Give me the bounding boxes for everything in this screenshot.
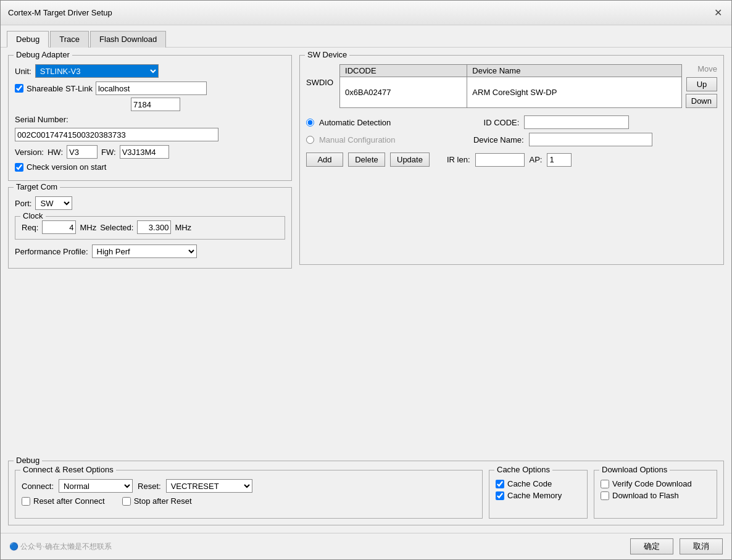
ir-len-input[interactable]	[475, 153, 525, 167]
connect-reset-top-row: Connect: Normal Connect under Reset Pre-…	[22, 479, 476, 493]
target-com-label: Target Com	[14, 182, 60, 191]
cache-options-label: Cache Options	[494, 465, 552, 474]
reset-after-connect-label: Reset after Connect	[33, 496, 105, 506]
device-name-label: Device Name:	[438, 135, 524, 144]
action-ir-row: Add Delete Update IR len: AP:	[306, 153, 717, 167]
serial-value-row	[15, 128, 285, 141]
serial-input[interactable]	[15, 128, 218, 141]
version-label: Version:	[15, 148, 44, 157]
connect-reset-group: Connect & Reset Options Connect: Normal …	[15, 470, 483, 519]
left-panel: Debug Adapter Unit: STLINK-V3 STLINK-V2 …	[8, 55, 292, 454]
hw-label: HW:	[48, 148, 63, 157]
req-input[interactable]	[42, 220, 76, 234]
cancel-button[interactable]: 取消	[680, 538, 723, 554]
tab-flash-download[interactable]: Flash Download	[90, 31, 166, 48]
connect-label: Connect:	[22, 482, 54, 491]
cache-code-row: Cache Code	[496, 479, 581, 488]
id-code-label: ID CODE:	[433, 118, 519, 127]
selected-unit: MHz	[175, 223, 191, 232]
tab-debug[interactable]: Debug	[7, 31, 49, 48]
stop-after-reset-row: Stop after Reset	[122, 496, 192, 506]
sw-device-group: SW Device SWDIO IDCODE Device Name	[299, 55, 724, 265]
fw-input[interactable]	[120, 145, 169, 159]
table-row[interactable]: 0x6BA02477 ARM CoreSight SW-DP	[340, 77, 682, 108]
cell-idcode: 0x6BA02477	[340, 77, 467, 108]
version-row: Version: HW: FW:	[15, 145, 285, 159]
selected-input[interactable]	[137, 220, 171, 234]
auto-detect-row: Automatic Detection ID CODE:	[306, 115, 717, 129]
delete-button[interactable]: Delete	[348, 153, 385, 167]
right-panel: SW Device SWDIO IDCODE Device Name	[299, 55, 724, 454]
add-button[interactable]: Add	[306, 153, 343, 167]
ap-input[interactable]	[547, 153, 572, 167]
cache-code-label: Cache Code	[507, 479, 552, 488]
perf-select[interactable]: High Perf Normal Low Power	[92, 244, 197, 258]
ok-button[interactable]: 确定	[630, 538, 673, 554]
device-name-input[interactable]	[529, 133, 652, 146]
unit-select[interactable]: STLINK-V3 STLINK-V2 J-Link	[35, 64, 159, 78]
clock-row: Req: MHz Selected: MHz	[22, 220, 278, 234]
reset-after-connect-checkbox[interactable]	[22, 497, 30, 506]
stop-after-reset-checkbox[interactable]	[122, 497, 131, 506]
selected-label: Selected:	[100, 223, 133, 232]
manual-config-radio[interactable]	[306, 136, 314, 144]
down-button[interactable]: Down	[686, 94, 717, 108]
col-idcode: IDCODE	[340, 65, 467, 77]
checkboxes-row: Reset after Connect Stop after Reset	[22, 496, 476, 508]
download-to-flash-checkbox[interactable]	[601, 491, 609, 500]
watermark: 🔵 公众号·确在太懒是不想联系	[9, 541, 624, 552]
cache-memory-label: Cache Memory	[507, 491, 562, 500]
sw-table-area: SWDIO IDCODE Device Name 0x6BA02477	[306, 64, 717, 108]
port-com-label: Port:	[15, 199, 31, 208]
cache-memory-checkbox[interactable]	[496, 491, 504, 500]
id-code-input[interactable]	[524, 115, 629, 129]
auto-detect-radio[interactable]	[306, 119, 314, 127]
connect-select[interactable]: Normal Connect under Reset Pre-reset	[59, 479, 133, 493]
verify-code-row: Verify Code Download	[601, 479, 710, 488]
window-title: Cortex-M Target Driver Setup	[8, 8, 112, 17]
update-button[interactable]: Update	[390, 153, 430, 167]
hw-input[interactable]	[67, 145, 98, 159]
ir-len-label: IR len:	[447, 155, 470, 164]
reset-after-connect-row: Reset after Connect	[22, 496, 105, 506]
swdio-label: SWDIO	[306, 64, 333, 87]
verify-code-checkbox[interactable]	[601, 480, 609, 488]
sw-device-label: SW Device	[305, 50, 349, 59]
port-com-select[interactable]: SW JTAG	[35, 196, 72, 210]
port-input[interactable]	[131, 98, 180, 111]
debug-adapter-label: Debug Adapter	[14, 50, 72, 59]
clock-group: Clock Req: MHz Selected: MHz	[15, 216, 285, 240]
check-version-checkbox[interactable]	[15, 163, 23, 172]
shareable-row: Shareable ST-Link	[15, 81, 285, 95]
shareable-checkbox[interactable]	[15, 84, 23, 93]
bottom-inner: Connect & Reset Options Connect: Normal …	[15, 470, 717, 519]
bottom-bar: 🔵 公众号·确在太懒是不想联系 确定 取消	[1, 533, 731, 559]
move-buttons: Move Up Down	[686, 64, 717, 108]
debug-bottom-label: Debug	[14, 456, 42, 465]
unit-label: Unit:	[15, 67, 31, 76]
cache-code-checkbox[interactable]	[496, 480, 504, 488]
unit-row: Unit: STLINK-V3 STLINK-V2 J-Link	[15, 64, 285, 78]
stop-after-reset-label: Stop after Reset	[134, 496, 192, 506]
main-window: Cortex-M Target Driver Setup ✕ Debug Tra…	[0, 0, 732, 560]
connect-reset-label: Connect & Reset Options	[20, 465, 116, 474]
manual-config-label: Manual Configuration	[319, 135, 396, 144]
download-to-flash-row: Download to Flash	[601, 491, 710, 500]
perf-row: Performance Profile: High Perf Normal Lo…	[15, 244, 285, 258]
top-section: Debug Adapter Unit: STLINK-V3 STLINK-V2 …	[8, 55, 724, 454]
port-row	[15, 98, 285, 111]
tab-trace[interactable]: Trace	[50, 31, 89, 48]
up-button[interactable]: Up	[686, 77, 717, 91]
req-label: Req:	[22, 223, 38, 232]
tab-bar: Debug Trace Flash Download	[1, 25, 731, 48]
target-com-group: Target Com Port: SW JTAG Clock Req:	[8, 187, 292, 269]
reset-select[interactable]: VECTRESET SYSRESETREQ HW RESET	[166, 479, 252, 493]
fw-label: FW:	[101, 148, 116, 157]
close-button[interactable]: ✕	[712, 7, 724, 19]
download-options-label: Download Options	[599, 465, 670, 474]
main-content: Debug Adapter Unit: STLINK-V3 STLINK-V2 …	[1, 48, 731, 533]
host-input[interactable]	[96, 81, 207, 95]
serial-label-row: Serial Number:	[15, 115, 285, 124]
detection-section: Automatic Detection ID CODE: Manual Conf…	[306, 115, 717, 146]
cache-memory-row: Cache Memory	[496, 491, 581, 500]
